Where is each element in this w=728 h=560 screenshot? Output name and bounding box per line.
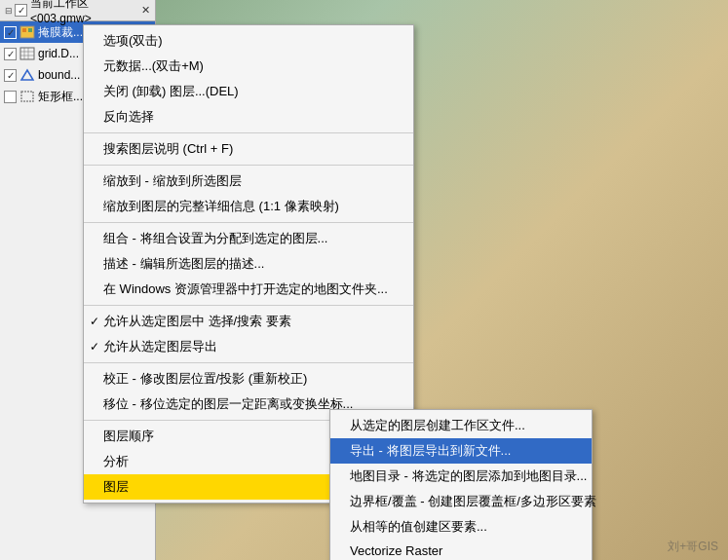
submenu-item-create-equal[interactable]: 从相等的值创建区要素... xyxy=(330,514,592,540)
menu-separator xyxy=(84,132,413,133)
close-button[interactable]: ✕ xyxy=(141,4,150,17)
expand-icon: ⊟ xyxy=(5,6,13,16)
sidebar-header: ⊟ 当前工作区 <003.gmw> ✕ xyxy=(0,0,155,21)
layer-checkbox[interactable] xyxy=(4,26,17,39)
layer-label: grid.D... xyxy=(38,47,79,60)
svg-rect-9 xyxy=(21,92,33,101)
menu-item-reverse-select[interactable]: 反向选择 xyxy=(84,104,413,130)
vector-icon xyxy=(19,68,35,82)
watermark: 刘+哥GIS xyxy=(668,539,718,555)
menu-separator xyxy=(84,222,413,223)
layer-label: 矩形框... xyxy=(38,89,83,105)
grid-icon xyxy=(19,47,35,60)
menu-item-close-layer[interactable]: 关闭 (卸载) 图层...(DEL) xyxy=(84,79,413,104)
menu-separator xyxy=(84,305,413,306)
menu-item-calibrate[interactable]: 校正 - 修改图层位置/投影 (重新校正) xyxy=(84,366,413,392)
layer-label: bound... xyxy=(38,68,80,82)
svg-rect-1 xyxy=(22,28,26,32)
menu-item-search-desc[interactable]: 搜索图层说明 (Ctrl + F) xyxy=(84,136,413,162)
layer-checkbox[interactable] xyxy=(4,48,17,60)
menu-item-describe[interactable]: 描述 - 编辑所选图层的描述... xyxy=(84,251,413,277)
submenu-layers: 从选定的图层创建工作区文件... 导出 - 将图层导出到新文件... 地图目录 … xyxy=(329,409,593,560)
submenu-item-export-new[interactable]: 导出 - 将图层导出到新文件... xyxy=(330,438,592,464)
menu-item-zoom-layer[interactable]: 缩放到 - 缩放到所选图层 xyxy=(84,168,413,194)
menu-separator xyxy=(84,362,413,363)
svg-marker-8 xyxy=(21,70,33,80)
layer-label: 掩膜裁... xyxy=(38,24,83,41)
submenu-item-create-workspace[interactable]: 从选定的图层创建工作区文件... xyxy=(330,413,592,438)
svg-rect-3 xyxy=(20,48,34,59)
menu-item-allow-select[interactable]: 允许从选定图层中 选择/搜索 要素 xyxy=(84,309,413,334)
menu-separator xyxy=(84,165,413,166)
layer-checkbox[interactable] xyxy=(4,91,17,103)
submenu-item-map-catalog[interactable]: 地图目录 - 将选定的图层添加到地图目录... xyxy=(330,464,592,489)
menu-item-metadata[interactable]: 元数据...(双击+M) xyxy=(84,54,413,79)
layer-checkbox[interactable] xyxy=(4,69,17,82)
menu-item-zoom-full[interactable]: 缩放到图层的完整详细信息 (1:1 像素映射) xyxy=(84,194,413,219)
menu-item-open-windows[interactable]: 在 Windows 资源管理器中打开选定的地图文件夹... xyxy=(84,277,413,302)
workspace-checkbox[interactable] xyxy=(15,4,27,17)
raster-icon xyxy=(19,25,35,39)
svg-rect-2 xyxy=(28,28,32,32)
submenu-item-vectorize[interactable]: Vectorize Raster xyxy=(330,540,592,560)
submenu-item-border-overlay[interactable]: 边界框/覆盖 - 创建图层覆盖框/多边形区要素 xyxy=(330,489,592,514)
workspace-title: 当前工作区 <003.gmw> xyxy=(30,0,141,25)
menu-item-select[interactable]: 选项(双击) xyxy=(84,28,413,54)
rect-icon xyxy=(19,90,35,103)
menu-item-allow-export[interactable]: 允许从选定图层导出 xyxy=(84,334,413,359)
menu-item-combine[interactable]: 组合 - 将组合设置为分配到选定的图层... xyxy=(84,226,413,251)
